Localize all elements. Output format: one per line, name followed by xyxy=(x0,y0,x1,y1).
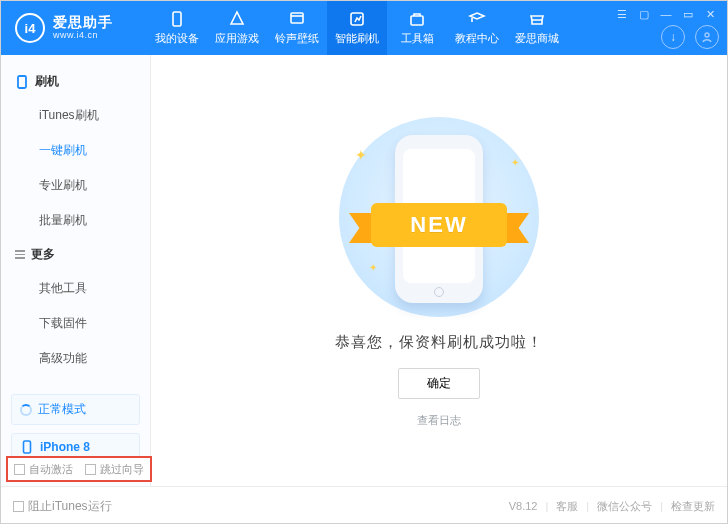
block-itunes-checkbox[interactable]: 阻止iTunes运行 xyxy=(13,498,112,515)
checkbox-icon xyxy=(85,464,96,475)
separator: | xyxy=(545,500,548,512)
spinner-icon xyxy=(20,404,32,416)
tab-tutorials[interactable]: 教程中心 xyxy=(447,1,507,55)
menu-icon[interactable]: ☰ xyxy=(611,5,633,23)
brand-logo-icon: i4 xyxy=(15,13,45,43)
skip-guide-checkbox[interactable]: 跳过向导 xyxy=(85,462,144,477)
status-label: 正常模式 xyxy=(38,401,86,418)
check-update-link[interactable]: 检查更新 xyxy=(671,499,715,514)
status-bar: 阻止iTunes运行 V8.12 | 客服 | 微信公众号 | 检查更新 xyxy=(1,486,727,524)
group-title-label: 刷机 xyxy=(35,73,59,90)
sidebar-group-more: 更多 xyxy=(1,238,150,271)
auto-activate-checkbox[interactable]: 自动激活 xyxy=(14,462,73,477)
tab-my-device[interactable]: 我的设备 xyxy=(147,1,207,55)
tab-label: 爱思商城 xyxy=(515,31,559,46)
apps-icon xyxy=(228,10,246,28)
tab-label: 智能刷机 xyxy=(335,31,379,46)
phone-icon xyxy=(15,75,29,89)
tab-label: 应用游戏 xyxy=(215,31,259,46)
tab-label: 工具箱 xyxy=(401,31,434,46)
side-pro-flash[interactable]: 专业刷机 xyxy=(1,168,150,203)
user-icon[interactable] xyxy=(695,25,719,49)
group-title-label: 更多 xyxy=(31,246,55,263)
svg-point-4 xyxy=(705,33,709,37)
tab-label: 铃声壁纸 xyxy=(275,31,319,46)
new-ribbon-label: NEW xyxy=(371,203,507,247)
success-message: 恭喜您，保资料刷机成功啦！ xyxy=(335,333,543,352)
checkbox-label: 自动激活 xyxy=(29,462,73,477)
tab-label: 教程中心 xyxy=(455,31,499,46)
separator: | xyxy=(586,500,589,512)
ringtone-icon xyxy=(288,10,306,28)
ok-button[interactable]: 确定 xyxy=(398,368,480,399)
version-label: V8.12 xyxy=(509,500,538,512)
sparkle-icon: ✦ xyxy=(369,262,377,273)
svg-rect-3 xyxy=(411,16,423,25)
minimize-icon[interactable]: — xyxy=(655,5,677,23)
device-icon xyxy=(168,10,186,28)
sidebar-group-flash: 刷机 xyxy=(1,65,150,98)
main-content: ✦ ✦ ✦ NEW 恭喜您，保资料刷机成功啦！ 确定 查看日志 xyxy=(151,55,727,486)
brand: i4 爱思助手 www.i4.cn xyxy=(15,13,147,43)
tab-toolbox[interactable]: 工具箱 xyxy=(387,1,447,55)
tab-shop[interactable]: 爱思商城 xyxy=(507,1,567,55)
device-small-icon xyxy=(20,440,34,454)
view-log-link[interactable]: 查看日志 xyxy=(417,413,461,428)
checkbox-icon xyxy=(14,464,25,475)
side-advanced[interactable]: 高级功能 xyxy=(1,341,150,376)
svg-rect-1 xyxy=(291,13,303,23)
wechat-link[interactable]: 微信公众号 xyxy=(597,499,652,514)
checkbox-label: 跳过向导 xyxy=(100,462,144,477)
shop-icon xyxy=(528,10,546,28)
checkbox-label: 阻止iTunes运行 xyxy=(28,498,112,515)
brand-title: 爱思助手 xyxy=(53,15,113,30)
sidebar: 刷机 iTunes刷机 一键刷机 专业刷机 批量刷机 更多 其他工具 下载固件 … xyxy=(1,55,151,486)
side-download-fw[interactable]: 下载固件 xyxy=(1,306,150,341)
sparkle-icon: ✦ xyxy=(355,147,367,163)
svg-rect-5 xyxy=(18,76,26,88)
skin-icon[interactable]: ▢ xyxy=(633,5,655,23)
tutorials-icon xyxy=(468,10,486,28)
tab-ringtones[interactable]: 铃声壁纸 xyxy=(267,1,327,55)
tab-apps[interactable]: 应用游戏 xyxy=(207,1,267,55)
more-icon xyxy=(15,250,25,259)
device-name: iPhone 8 xyxy=(40,440,90,454)
svg-rect-6 xyxy=(24,441,31,453)
side-other-tools[interactable]: 其他工具 xyxy=(1,271,150,306)
maximize-icon[interactable]: ▭ xyxy=(677,5,699,23)
side-batch-flash[interactable]: 批量刷机 xyxy=(1,203,150,238)
separator: | xyxy=(660,500,663,512)
top-tabs: 我的设备 应用游戏 铃声壁纸 智能刷机 工具箱 教程中心 爱思商城 xyxy=(147,1,567,55)
new-ribbon: NEW xyxy=(353,203,525,247)
window-controls: ☰ ▢ — ▭ ✕ xyxy=(611,5,721,23)
device-mode-status[interactable]: 正常模式 xyxy=(11,394,140,425)
toolbox-icon xyxy=(408,10,426,28)
titlebar: i4 爱思助手 www.i4.cn 我的设备 应用游戏 铃声壁纸 智能刷机 工具… xyxy=(1,1,727,55)
activation-options-highlight: 自动激活 跳过向导 xyxy=(6,456,152,482)
download-icon[interactable]: ↓ xyxy=(661,25,685,49)
brand-subtitle: www.i4.cn xyxy=(53,31,113,41)
sparkle-icon: ✦ xyxy=(511,157,519,168)
success-illustration: ✦ ✦ ✦ NEW xyxy=(329,117,549,317)
side-itunes-flash[interactable]: iTunes刷机 xyxy=(1,98,150,133)
tab-label: 我的设备 xyxy=(155,31,199,46)
title-right-icons: ↓ xyxy=(661,25,719,49)
support-link[interactable]: 客服 xyxy=(556,499,578,514)
checkbox-icon xyxy=(13,501,24,512)
side-oneclick-flash[interactable]: 一键刷机 xyxy=(1,133,150,168)
tab-flash[interactable]: 智能刷机 xyxy=(327,1,387,55)
flash-icon xyxy=(348,10,366,28)
svg-rect-0 xyxy=(173,12,181,26)
close-icon[interactable]: ✕ xyxy=(699,5,721,23)
